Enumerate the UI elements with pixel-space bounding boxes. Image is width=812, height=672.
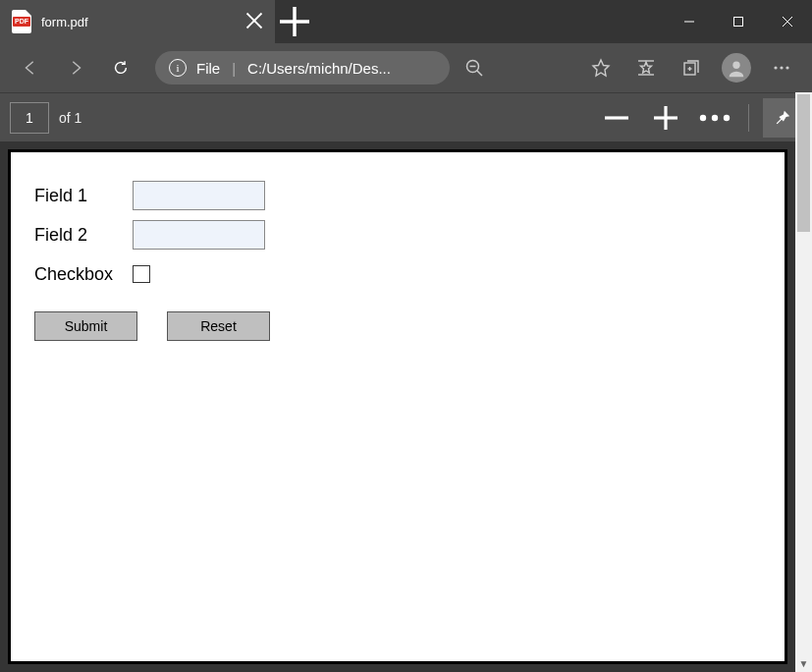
address-bar-row: i File | C:/Users/michn/Des... xyxy=(0,43,812,92)
pdf-viewport[interactable]: Field 1 Field 2 Checkbox Submit Reset xyxy=(0,141,795,672)
pdf-more-button[interactable] xyxy=(695,98,734,138)
vertical-scrollbar[interactable]: ▼ xyxy=(795,92,812,672)
tab-title: form.pdf xyxy=(41,15,236,29)
page-count-label: of 1 xyxy=(59,110,81,126)
new-tab-button[interactable] xyxy=(275,0,314,43)
addr-protocol: File xyxy=(196,60,220,77)
maximize-button[interactable] xyxy=(714,0,763,43)
close-window-button[interactable] xyxy=(763,0,812,43)
pdf-toolbar: of 1 xyxy=(0,92,812,141)
zoom-out-button[interactable] xyxy=(454,48,495,87)
svg-line-9 xyxy=(477,71,482,76)
field2-label: Field 2 xyxy=(34,225,133,246)
profile-button[interactable] xyxy=(716,48,757,87)
toolbar-separator xyxy=(748,104,749,132)
forward-button[interactable] xyxy=(55,48,96,87)
reset-button[interactable]: Reset xyxy=(167,311,270,341)
svg-point-23 xyxy=(700,114,706,120)
submit-button[interactable]: Submit xyxy=(34,311,137,341)
field1-label: Field 1 xyxy=(34,186,133,206)
svg-point-25 xyxy=(724,114,730,120)
field1-input[interactable] xyxy=(133,181,265,210)
scrollbar-down-arrow[interactable]: ▼ xyxy=(795,655,812,672)
more-menu-button[interactable] xyxy=(761,48,802,87)
favorites-bar-button[interactable] xyxy=(625,48,667,87)
scrollbar-thumb[interactable] xyxy=(797,94,810,232)
page-number-input[interactable] xyxy=(10,102,49,134)
address-bar[interactable]: i File | C:/Users/michn/Des... xyxy=(155,51,450,84)
svg-point-24 xyxy=(712,114,718,120)
pdf-favicon: PDF xyxy=(12,10,31,33)
field2-input[interactable] xyxy=(133,220,265,250)
svg-point-18 xyxy=(780,66,783,69)
info-icon[interactable]: i xyxy=(169,59,187,77)
zoom-out-pdf-button[interactable] xyxy=(597,98,636,138)
svg-point-16 xyxy=(732,62,739,69)
back-button[interactable] xyxy=(10,48,51,87)
svg-point-19 xyxy=(785,66,788,69)
svg-rect-5 xyxy=(734,18,743,27)
favorite-button[interactable] xyxy=(580,48,622,87)
svg-point-17 xyxy=(774,66,777,69)
checkbox-input[interactable] xyxy=(133,265,150,283)
close-tab-button[interactable] xyxy=(245,12,263,32)
window-controls xyxy=(665,0,812,43)
addr-path: C:/Users/michn/Des... xyxy=(247,60,391,77)
browser-tab[interactable]: PDF form.pdf xyxy=(0,0,275,43)
minimize-button[interactable] xyxy=(665,0,714,43)
addr-separator: | xyxy=(232,60,236,77)
checkbox-label: Checkbox xyxy=(34,264,133,285)
avatar-icon xyxy=(722,53,751,83)
refresh-button[interactable] xyxy=(100,48,141,87)
titlebar-drag-area[interactable] xyxy=(314,0,665,43)
zoom-in-pdf-button[interactable] xyxy=(646,98,685,138)
collections-button[interactable] xyxy=(671,48,712,87)
pdf-page: Field 1 Field 2 Checkbox Submit Reset xyxy=(8,149,787,664)
titlebar: PDF form.pdf xyxy=(0,0,812,43)
